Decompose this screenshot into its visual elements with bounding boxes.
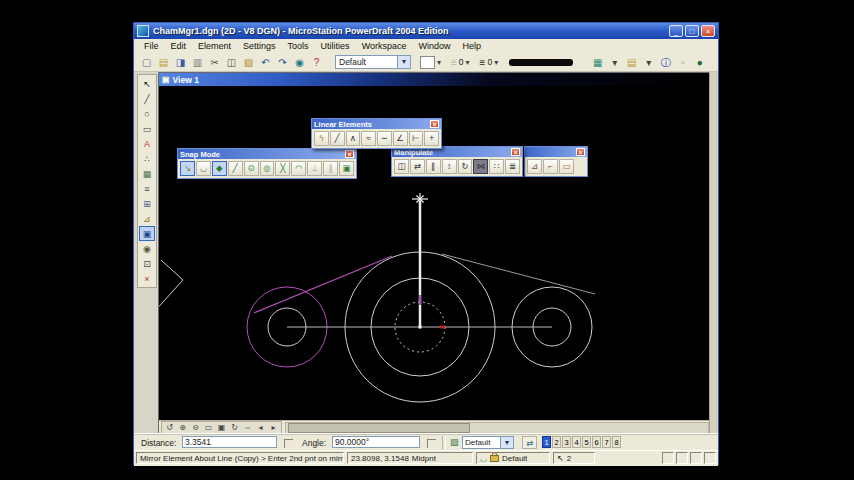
menu-workspace[interactable]: Workspace <box>356 41 413 51</box>
paste-icon[interactable]: ▧ <box>240 54 257 70</box>
ellipses-tool[interactable]: ○ <box>139 106 155 121</box>
change-attributes-tool[interactable]: ◉ <box>139 241 155 256</box>
modify-toolbar-titlebar[interactable]: × <box>525 147 587 157</box>
active-line-weight-icon[interactable]: ≡ <box>480 57 486 68</box>
stray-segment-a[interactable] <box>161 260 183 280</box>
active-color-caret-icon[interactable]: ▾ <box>437 58 441 67</box>
extend-line-tool[interactable]: ⌐ <box>543 159 558 174</box>
close-icon[interactable]: × <box>511 148 520 156</box>
scrollbar-thumb[interactable] <box>288 423 470 433</box>
active-level-combo[interactable]: Default ▾ <box>335 55 411 69</box>
view-toggle-4[interactable]: 4 <box>572 436 581 448</box>
undo-icon[interactable]: ↶ <box>257 54 274 70</box>
snap-mode-icon[interactable]: ◡ <box>480 453 487 464</box>
snap-midpoint[interactable]: ╱ <box>228 161 243 176</box>
zoom-in-icon[interactable]: ⊕ <box>176 423 189 434</box>
view-toggle-5[interactable]: 5 <box>582 436 591 448</box>
view-toggle-3[interactable]: 3 <box>562 436 571 448</box>
modify-element-tool[interactable]: ⊿ <box>527 159 542 174</box>
rotate-tool[interactable]: ↻ <box>458 159 473 174</box>
window-titlebar[interactable]: ChamMgr1.dgn (2D - V8 DGN) - MicroStatio… <box>134 23 718 39</box>
dimensions-tool[interactable]: ⊿ <box>139 211 155 226</box>
distance-lock-checkbox[interactable] <box>284 439 293 448</box>
accusnap-toggle[interactable]: ↘ <box>180 161 195 176</box>
menu-window[interactable]: Window <box>412 41 456 51</box>
view-toggle-8[interactable]: 8 <box>612 436 621 448</box>
snap-multisnap[interactable]: ▣ <box>339 161 354 176</box>
active-line-style-icon[interactable]: ≡ <box>451 57 457 68</box>
close-icon[interactable]: × <box>345 150 354 158</box>
belt-tangent-right-line[interactable] <box>442 254 595 294</box>
snap-origin[interactable]: ◎ <box>260 161 275 176</box>
construct-angle-bisector-tool[interactable]: ∠ <box>393 131 408 146</box>
new-icon[interactable]: ▢ <box>138 54 155 70</box>
menu-tools[interactable]: Tools <box>282 41 315 51</box>
modify-tool[interactable]: ⊡ <box>139 256 155 271</box>
copy-parallel-tool[interactable]: ∥ <box>426 159 441 174</box>
restore-button[interactable]: □ <box>685 25 699 37</box>
minimize-button[interactable]: _ <box>669 25 683 37</box>
distance-input[interactable]: 3.3541 <box>182 436 277 448</box>
save-icon[interactable]: ◨ <box>172 54 189 70</box>
menu-file[interactable]: File <box>138 41 165 51</box>
view-toggle-2[interactable]: 2 <box>552 436 561 448</box>
fit-view-icon[interactable]: ▣ <box>215 423 228 434</box>
menu-edit[interactable]: Edit <box>165 41 193 51</box>
mirror-tool[interactable]: ⋈ <box>473 159 488 174</box>
measure-tool[interactable]: ⊞ <box>139 196 155 211</box>
snap-perpendicular[interactable]: ⊥ <box>307 161 322 176</box>
lock-icon[interactable] <box>490 455 499 462</box>
view-update-icon[interactable]: ↺ <box>163 423 176 434</box>
close-button[interactable]: × <box>701 25 715 37</box>
construct-array-tool[interactable]: ∷ <box>489 159 504 174</box>
menu-element[interactable]: Element <box>192 41 237 51</box>
polygons-tool[interactable]: ▭ <box>139 121 155 136</box>
references-caret-icon[interactable]: ▾ <box>640 54 657 70</box>
element-info-icon[interactable]: ⓘ <box>657 54 674 70</box>
models-icon[interactable]: ▦ <box>589 54 606 70</box>
view-toggle-1[interactable]: 1 <box>542 436 551 448</box>
construct-minimum-distance-line-tool[interactable]: ⊢ <box>409 131 424 146</box>
copy-icon[interactable]: ◫ <box>223 54 240 70</box>
stray-segment-b[interactable] <box>159 280 183 313</box>
view-next-icon[interactable]: ▸ <box>267 423 280 434</box>
rotate-view-icon[interactable]: ↻ <box>228 423 241 434</box>
snap-lock-segment[interactable]: ◡ Default <box>476 452 550 464</box>
manipulate-tool[interactable]: ▣ <box>139 226 155 241</box>
points-tool[interactable]: ∴ <box>139 151 155 166</box>
scale-tool[interactable]: ↕ <box>442 159 457 174</box>
close-icon[interactable]: × <box>430 120 439 128</box>
references-icon[interactable]: ▤ <box>623 54 640 70</box>
view-titlebar[interactable]: ▣ View 1 <box>159 73 712 86</box>
view-group-icon[interactable]: ⇄ <box>522 436 537 449</box>
active-weight-caret-icon[interactable]: ▾ <box>494 58 498 67</box>
models-caret-icon[interactable]: ▾ <box>606 54 623 70</box>
copy-tool[interactable]: ◫ <box>394 159 409 174</box>
element-selection-tool[interactable]: ↖ <box>139 76 155 91</box>
globe-icon[interactable]: ◉ <box>291 54 308 70</box>
snap-toolbar-titlebar[interactable]: Snap Mode × <box>178 149 356 159</box>
angle-lock-checkbox[interactable] <box>427 439 436 448</box>
delete-tool[interactable]: × <box>139 271 155 286</box>
selection-box-icon[interactable]: ▫ <box>674 54 691 70</box>
menu-settings[interactable]: Settings <box>237 41 282 51</box>
view-toggle-6[interactable]: 6 <box>592 436 601 448</box>
text-tool[interactable]: A <box>139 136 155 151</box>
place-curve-tool[interactable]: ∼ <box>377 131 392 146</box>
red-dot-marker[interactable] <box>440 326 445 329</box>
powerselector-icon[interactable]: ● <box>691 54 708 70</box>
snap-parallel[interactable]: ∥ <box>323 161 338 176</box>
active-level-combo-bottom[interactable]: Default ▾ <box>462 436 514 449</box>
snap-keypoint[interactable]: ◆ <box>212 161 227 176</box>
place-multiline-tool[interactable]: ∧ <box>346 131 361 146</box>
active-style-caret-icon[interactable]: ▾ <box>466 58 470 67</box>
menu-utilities[interactable]: Utilities <box>315 41 356 51</box>
active-color-swatch[interactable] <box>420 56 435 69</box>
level-combo-caret-icon[interactable]: ▾ <box>397 56 410 68</box>
redo-icon[interactable]: ↷ <box>274 54 291 70</box>
zoom-out-icon[interactable]: ⊖ <box>189 423 202 434</box>
move-tool[interactable]: ⇄ <box>410 159 425 174</box>
close-icon[interactable]: × <box>576 148 585 156</box>
belt-tangent-left-line[interactable] <box>254 256 392 313</box>
help-icon[interactable]: ? <box>308 54 325 70</box>
